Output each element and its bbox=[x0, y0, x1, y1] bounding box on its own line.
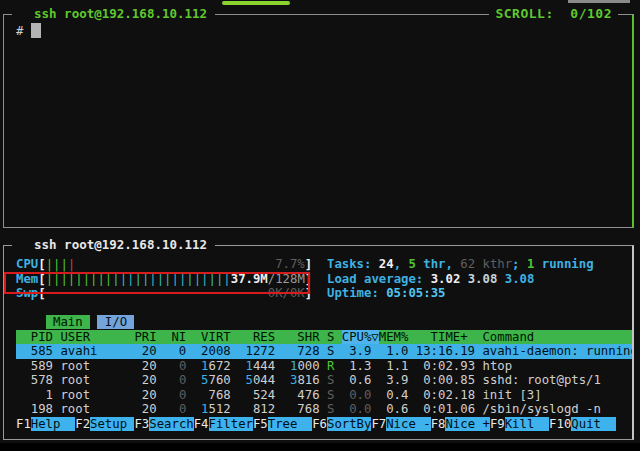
terminal-text-segment bbox=[186, 402, 201, 416]
terminal-screen: ssh root@192.168.10.112 SCROLL: 0/102 # … bbox=[0, 0, 640, 443]
fkey-quit-button[interactable]: Quit bbox=[571, 417, 615, 431]
terminal-text-segment: 512 bbox=[209, 402, 231, 416]
fkey-f3: F3 bbox=[134, 417, 149, 431]
load-average-15min: 3.08 bbox=[505, 272, 535, 286]
load-average-label: Load average: bbox=[327, 272, 431, 286]
terminal-text-segment: [ bbox=[38, 286, 45, 300]
terminal-text-segment: 5 bbox=[246, 373, 253, 387]
pane-htop-title[interactable]: ssh root@192.168.10.112 bbox=[12, 237, 215, 253]
mem-used-value: 37.9M bbox=[231, 272, 268, 286]
terminal-text-segment bbox=[320, 402, 327, 416]
terminal-text-segment: 672 bbox=[209, 359, 231, 373]
uptime-label: Uptime: bbox=[327, 286, 386, 300]
fkey-setup-button[interactable]: Setup bbox=[90, 417, 134, 431]
fkey-filter-button[interactable]: Filter bbox=[209, 417, 253, 431]
fkey-help-button[interactable]: Help bbox=[31, 417, 75, 431]
terminal-text-segment: 589 root 20 bbox=[16, 359, 179, 373]
terminal-text-segment: 1 bbox=[246, 359, 253, 373]
terminal-text-segment bbox=[312, 272, 327, 286]
shell-prompt: # bbox=[16, 24, 31, 38]
fkey-search-button[interactable]: Search bbox=[149, 417, 193, 431]
fkey-f1: F1 bbox=[16, 417, 31, 431]
terminal-text-segment: 0.0 bbox=[349, 388, 371, 402]
terminal-text-segment: , bbox=[445, 257, 460, 271]
terminal-text-segment: 1 bbox=[201, 359, 208, 373]
terminal-text-segment bbox=[231, 373, 246, 387]
terminal-text-segment: 1 root 20 bbox=[16, 388, 179, 402]
mem-meter-bars-used: ||||||||| bbox=[46, 272, 113, 286]
function-key-bar: F1Help F2Setup F3SearchF4FilterF5Tree F6… bbox=[16, 417, 632, 432]
fkey-nice-plus-button[interactable]: Nice + bbox=[445, 417, 489, 431]
process-row-1[interactable]: 1 root 20 0 768 524 476 S 0.0 0.4 0:02.1… bbox=[16, 388, 632, 403]
terminal-text-segment: 0.6 0:01.06 /sbin/syslogd -n bbox=[371, 402, 601, 416]
table-header[interactable]: PID USER PRI NI VIRT RES SHR S CPU%▽MEM%… bbox=[16, 330, 632, 345]
terminal-text-segment bbox=[46, 286, 268, 300]
terminal-text-segment: [ bbox=[38, 272, 45, 286]
cpu-meter-bars-normal: ||| bbox=[46, 257, 68, 271]
terminal-text-segment bbox=[16, 315, 46, 329]
terminal-text-segment: 044 bbox=[253, 373, 275, 387]
fkey-f4: F4 bbox=[194, 417, 209, 431]
terminal-text-segment: 5 bbox=[201, 373, 208, 387]
header-right-columns[interactable]: MEM% TIME+ Command bbox=[379, 330, 534, 344]
header-sort-cpu[interactable]: CPU%▽ bbox=[342, 330, 379, 344]
mem-meter-label: Mem bbox=[16, 272, 38, 286]
terminal-text-segment: 578 root 20 bbox=[16, 373, 179, 387]
shell-content: # bbox=[16, 23, 632, 225]
fkey-f6: F6 bbox=[312, 417, 327, 431]
terminal-text-segment: 1.3 1.1 0:02.93 htop bbox=[334, 359, 512, 373]
fkey-f8: F8 bbox=[431, 417, 446, 431]
process-row-198[interactable]: 198 root 20 0 1512 812 768 S 0.0 0.6 0:0… bbox=[16, 402, 632, 417]
process-row-text: 585 avahi 20 0 2008 1272 728 S 3.9 1.0 1… bbox=[16, 344, 632, 358]
fkey-f5: F5 bbox=[253, 417, 268, 431]
tasks-kernel-threads: 62 kthr bbox=[460, 257, 512, 271]
tab-main[interactable]: Main bbox=[46, 315, 90, 329]
load-average-5min: 3.08 bbox=[468, 272, 505, 286]
load-average-1min: 3.02 bbox=[431, 272, 468, 286]
fkey-sortby-button[interactable]: SortBy bbox=[327, 417, 371, 431]
terminal-text-segment: 0.4 0:02.18 init [3] bbox=[371, 388, 541, 402]
text-cursor bbox=[31, 23, 41, 38]
terminal-text-segment: 198 root 20 bbox=[16, 402, 179, 416]
terminal-text-segment: 768 524 476 bbox=[186, 388, 319, 402]
fkey-f10: F10 bbox=[549, 417, 571, 431]
cpu-meter-label: CPU bbox=[16, 257, 38, 271]
process-row-585[interactable]: 585 avahi 20 0 2008 1272 728 S 3.9 1.0 1… bbox=[16, 344, 632, 359]
terminal-text-segment bbox=[320, 388, 327, 402]
terminal-text-segment: 000 bbox=[297, 359, 319, 373]
fkey-kill-button[interactable]: Kill bbox=[505, 417, 549, 431]
pane-shell-title[interactable]: ssh root@192.168.10.112 bbox=[12, 6, 215, 22]
mem-meter-line: Mem[|||||||||||||||||||||||||37.9M/128M]… bbox=[16, 272, 632, 287]
terminal-text-segment: 0.0 bbox=[349, 402, 371, 416]
terminal-text-segment bbox=[312, 257, 327, 271]
screen-tabs: Main I/O bbox=[16, 315, 632, 330]
terminal-text-segment bbox=[334, 388, 349, 402]
shell-prompt-line: # bbox=[16, 23, 632, 38]
terminal-text-segment: ; bbox=[512, 257, 527, 271]
cpu-meter-value: 7.7% bbox=[275, 257, 305, 271]
terminal-text-segment: 812 768 bbox=[231, 402, 320, 416]
terminal-text-segment: [ bbox=[38, 257, 45, 271]
pane-shell[interactable]: ssh root@192.168.10.112 SCROLL: 0/102 # bbox=[3, 14, 634, 228]
terminal-text-segment bbox=[186, 359, 201, 373]
blank-line bbox=[16, 301, 632, 316]
terminal-text-segment bbox=[334, 402, 349, 416]
terminal-text-segment bbox=[320, 373, 327, 387]
terminal-text-segment bbox=[275, 359, 290, 373]
terminal-text-segment: 0.6 3.9 0:00.85 sshd: root@pts/1 bbox=[334, 373, 601, 387]
fkey-nice-minus-button[interactable]: Nice - bbox=[386, 417, 430, 431]
tab-io[interactable]: I/O bbox=[97, 315, 134, 329]
htop-content: CPU[|||| 7.7%] Tasks: 24, 5 thr, 62 kthr… bbox=[16, 257, 632, 438]
top-edge-green-artifact bbox=[222, 1, 290, 5]
header-left-columns[interactable]: PID USER PRI NI VIRT RES SHR S bbox=[16, 330, 342, 344]
tasks-threads: 5 bbox=[408, 257, 415, 271]
mem-meter-bars-cache: |||||||||||||||| bbox=[112, 272, 230, 286]
process-row-589[interactable]: 589 root 20 0 1672 1444 1000 R 1.3 1.1 0… bbox=[16, 359, 632, 374]
tasks-label: Tasks: bbox=[327, 257, 379, 271]
fkey-tree-button[interactable]: Tree bbox=[268, 417, 312, 431]
terminal-text-segment: running bbox=[534, 257, 593, 271]
pane-htop[interactable]: ssh root@192.168.10.112 CPU[|||| 7.7%] T… bbox=[3, 245, 634, 440]
scroll-indicator: SCROLL: 0/102 bbox=[489, 5, 618, 22]
process-row-578[interactable]: 578 root 20 0 5760 5044 3816 S 0.6 3.9 0… bbox=[16, 373, 632, 388]
terminal-text-segment bbox=[186, 373, 201, 387]
